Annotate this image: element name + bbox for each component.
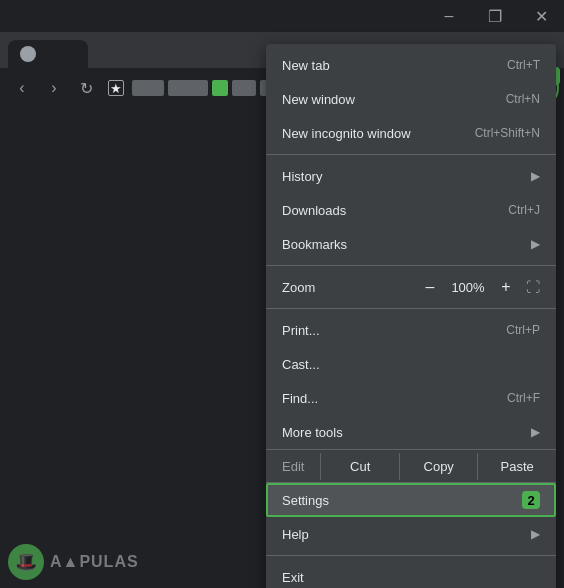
menu-item-help[interactable]: Help ▶ [266, 517, 556, 551]
zoom-control-row: Zoom – 100% + ⛶ [266, 270, 556, 304]
tab-favicon [20, 46, 36, 62]
zoom-out-button[interactable]: – [418, 275, 442, 299]
menu-item-downloads[interactable]: Downloads Ctrl+J [266, 193, 556, 227]
settings-badge: 2 [522, 491, 540, 509]
zoom-controls: – 100% + [418, 275, 518, 299]
menu-item-more-tools[interactable]: More tools ▶ [266, 415, 556, 449]
menu-item-cast[interactable]: Cast... [266, 347, 556, 381]
paste-button[interactable]: Paste [477, 453, 556, 480]
menu-item-new-window[interactable]: New window Ctrl+N [266, 82, 556, 116]
close-button[interactable]: ✕ [518, 0, 564, 32]
copy-button[interactable]: Copy [399, 453, 478, 480]
menu-item-new-tab[interactable]: New tab Ctrl+T [266, 48, 556, 82]
menu-separator-4 [266, 555, 556, 556]
menu-separator-3 [266, 308, 556, 309]
menu-item-exit[interactable]: Exit [266, 560, 556, 588]
edit-row: Edit Cut Copy Paste [266, 449, 556, 483]
menu-item-settings[interactable]: Settings 2 [266, 483, 556, 517]
menu-item-bookmarks[interactable]: Bookmarks ▶ [266, 227, 556, 261]
bookmark-item [132, 80, 164, 96]
menu-separator-2 [266, 265, 556, 266]
zoom-in-button[interactable]: + [494, 275, 518, 299]
menu-item-history[interactable]: History ▶ [266, 159, 556, 193]
menu-item-find[interactable]: Find... Ctrl+F [266, 381, 556, 415]
restore-button[interactable]: ❐ [472, 0, 518, 32]
forward-button[interactable]: › [40, 74, 68, 102]
menu-separator-1 [266, 154, 556, 155]
menu-item-print[interactable]: Print... Ctrl+P [266, 313, 556, 347]
logo-text: A▲PULAS [50, 553, 139, 571]
bookmark-item [212, 80, 228, 96]
fullscreen-button[interactable]: ⛶ [526, 279, 540, 295]
back-button[interactable]: ‹ [8, 74, 36, 102]
logo-area: 🎩 A▲PULAS [8, 544, 139, 580]
active-tab[interactable] [8, 40, 88, 68]
bookmark-star-icon[interactable]: ★ [108, 80, 124, 96]
bookmark-item [168, 80, 208, 96]
cut-button[interactable]: Cut [320, 453, 399, 480]
context-menu: New tab Ctrl+T New window Ctrl+N New inc… [266, 44, 556, 588]
zoom-value-display: 100% [450, 280, 486, 295]
reload-button[interactable]: ↻ [72, 74, 100, 102]
minimize-button[interactable]: – [426, 0, 472, 32]
logo-icon: 🎩 [8, 544, 44, 580]
menu-item-new-incognito[interactable]: New incognito window Ctrl+Shift+N [266, 116, 556, 150]
bookmark-item [232, 80, 256, 96]
title-bar: – ❐ ✕ [0, 0, 564, 32]
